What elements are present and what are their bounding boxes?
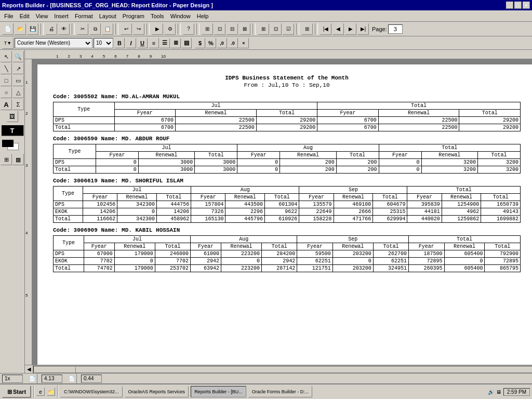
bold-btn[interactable]: B: [114, 38, 125, 48]
ie-icon[interactable]: e: [36, 388, 45, 396]
symbol-tool[interactable]: Σ: [12, 99, 24, 110]
copy-btn[interactable]: ⧉: [89, 23, 101, 35]
minimize-btn[interactable]: _: [506, 2, 513, 9]
decimal-btn[interactable]: .0: [228, 38, 238, 48]
zoom-status: 1x: [2, 375, 23, 383]
menu-layout[interactable]: Layout: [96, 12, 119, 20]
mode-btn1[interactable]: ⊞: [202, 23, 213, 35]
code-label-4: Code:: [53, 227, 74, 233]
h-scrollbar-track[interactable]: [33, 366, 532, 373]
sys-tray-icon2: 🖥: [496, 389, 501, 395]
taskbar-app-3[interactable]: Reports Builder - [BU...: [191, 386, 246, 397]
compile-btn[interactable]: ⚙: [164, 23, 176, 35]
toolbox-row6: 🖼: [7, 111, 18, 122]
mode-btn3[interactable]: ⊟: [227, 23, 238, 35]
run-btn[interactable]: ▶: [152, 23, 163, 35]
grid-tool[interactable]: ⊞: [1, 154, 12, 165]
comma-btn[interactable]: ,0: [217, 38, 227, 48]
view-btn2[interactable]: ⊡: [270, 23, 282, 35]
menu-program[interactable]: Program: [119, 12, 148, 20]
toolbox-row3: □ ▭: [1, 75, 24, 86]
h-scrollbar-thumb[interactable]: [34, 367, 76, 373]
mode-btn2[interactable]: ⊡: [214, 23, 225, 35]
redo-btn[interactable]: ↪: [133, 23, 144, 35]
align-left-btn[interactable]: ≡: [149, 38, 159, 48]
open-btn[interactable]: 📂: [15, 23, 26, 35]
prev-page-btn[interactable]: ◀: [332, 23, 344, 35]
text-tool[interactable]: A: [1, 99, 12, 110]
next-page-btn[interactable]: ▶: [345, 23, 356, 35]
menu-insert[interactable]: Insert: [51, 12, 72, 20]
menu-file[interactable]: File: [1, 12, 17, 20]
jul-h-2: Jul: [96, 144, 237, 152]
line-color[interactable]: [2, 140, 14, 147]
percent-btn[interactable]: %: [206, 38, 216, 48]
code-label-1: Code:: [53, 94, 74, 100]
h-scrollbar[interactable]: ◀ ▶: [25, 365, 532, 373]
sep1: [41, 23, 44, 35]
menu-format[interactable]: Format: [72, 12, 96, 20]
currency-btn[interactable]: $: [195, 38, 205, 48]
content-area[interactable]: IDPS Business Statement of the Month Fro…: [32, 59, 532, 365]
page-input[interactable]: [388, 24, 403, 34]
first-page-btn[interactable]: |◀: [320, 23, 331, 35]
toolbox-row4: ○ △: [1, 87, 24, 98]
taskbar-app-2[interactable]: OracleAS Reports Services: [125, 386, 189, 397]
menu-help[interactable]: Help: [194, 12, 212, 20]
total-h-2: Total: [379, 144, 520, 152]
align-right-btn[interactable]: ≣: [170, 38, 181, 48]
polygon-tool[interactable]: △: [12, 87, 24, 98]
section-header-4: Code: 3006909 Name: MD. KABIL HOSSAIN: [53, 227, 521, 233]
align-justify-btn[interactable]: ▤: [181, 38, 192, 48]
nav-btn1[interactable]: ⊞: [301, 23, 313, 35]
menu-edit[interactable]: Edit: [17, 12, 33, 20]
font-tool-btn[interactable]: T▼: [2, 37, 14, 49]
font-select[interactable]: Courier New (Western): [15, 38, 92, 48]
paste-btn[interactable]: 📋: [102, 23, 113, 35]
scroll-left-btn[interactable]: ◀: [25, 365, 33, 374]
select-tool[interactable]: ↖: [1, 51, 12, 62]
mode-btn4[interactable]: ⊠: [239, 23, 250, 35]
table-section-2: Type Jul Aug Total FyearRenewalTotal Fye…: [53, 144, 521, 174]
x-value: 4.13: [44, 376, 54, 381]
cut-btn[interactable]: ✂: [77, 23, 88, 35]
size-select[interactable]: 10: [94, 38, 113, 48]
table-section-4: Type Jul Aug Sep Total FyearRenewalTotal…: [53, 235, 521, 272]
table-tool[interactable]: ▦: [12, 154, 24, 165]
print-btn[interactable]: 🖨: [46, 23, 57, 35]
view-btn1[interactable]: ⊞: [258, 23, 269, 35]
ellipse-tool[interactable]: ○: [1, 87, 12, 98]
menu-tools[interactable]: Tools: [148, 12, 167, 20]
start-button[interactable]: ⊞ Start: [2, 385, 31, 398]
sep8: [296, 23, 299, 35]
taskbar-app-1[interactable]: C:\WINDOWS\system32...: [60, 386, 123, 397]
sep7: [252, 23, 256, 35]
menu-window[interactable]: Window: [167, 12, 194, 20]
view-btn3[interactable]: ☑: [283, 23, 294, 35]
line-tool[interactable]: ╲: [1, 63, 12, 74]
italic-btn[interactable]: I: [126, 38, 136, 48]
rect-tool[interactable]: □: [1, 75, 12, 86]
last-page-btn[interactable]: ▶|: [357, 23, 369, 35]
preview-btn[interactable]: 👁: [58, 23, 70, 35]
rounded-rect-tool[interactable]: ▭: [12, 75, 24, 86]
title-bar-buttons: _ □ ×: [506, 2, 530, 9]
zoom-tool[interactable]: 🔍: [12, 51, 24, 62]
maximize-btn[interactable]: □: [514, 2, 522, 9]
menu-view[interactable]: View: [33, 12, 51, 20]
undo-btn[interactable]: ↩: [121, 23, 132, 35]
explorer-icon[interactable]: 📁: [47, 388, 55, 396]
image-tool[interactable]: 🖼: [7, 111, 18, 122]
text-field-tool[interactable]: T: [1, 125, 24, 136]
align-center-btn[interactable]: ☰: [159, 38, 170, 48]
save-btn[interactable]: 💾: [27, 23, 38, 35]
new-btn[interactable]: 📄: [2, 23, 14, 35]
close-btn[interactable]: ×: [523, 2, 530, 9]
taskbar-app-4[interactable]: Oracle Forms Builder - D:...: [248, 386, 313, 397]
help-btn[interactable]: ?: [183, 23, 194, 35]
rotate-tool[interactable]: ↗: [12, 63, 24, 74]
underline-btn[interactable]: U: [137, 38, 148, 48]
table-section-3: Type Jul Aug Sep Total FyearRenewalTotal…: [53, 186, 521, 223]
fyear-h2: Fyear: [317, 110, 379, 117]
remove-decimal-btn[interactable]: ×: [238, 38, 249, 48]
